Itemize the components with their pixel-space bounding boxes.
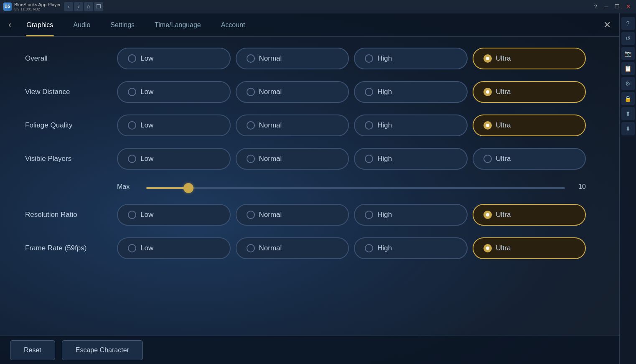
help-button[interactable]: ? xyxy=(591,2,600,11)
tab-time-language[interactable]: Time/Language xyxy=(145,13,211,36)
foliage-ultra-label: Ultra xyxy=(496,121,511,130)
reset-button[interactable]: Reset xyxy=(10,340,55,360)
frame-rate-options: Low Normal High Ultra xyxy=(117,237,586,259)
view-distance-ultra[interactable]: Ultra xyxy=(473,81,586,103)
overall-high[interactable]: High xyxy=(354,48,468,69)
frame-rate-label: Frame Rate (59fps) xyxy=(25,244,117,252)
resolution-low-label: Low xyxy=(140,211,153,219)
visible-players-normal[interactable]: Normal xyxy=(236,148,349,170)
foliage-high-label: High xyxy=(377,121,392,130)
sidebar-down-icon[interactable]: ⬇ xyxy=(621,122,635,135)
overall-high-dot xyxy=(365,54,373,63)
app-version: 5.9.11.001 N32 xyxy=(14,7,61,11)
foliage-high[interactable]: High xyxy=(354,115,468,136)
restore-button[interactable]: ❐ xyxy=(613,2,622,11)
visible-players-low[interactable]: Low xyxy=(117,148,231,170)
frame-rate-normal[interactable]: Normal xyxy=(236,237,349,259)
back-nav-button[interactable]: ‹ xyxy=(64,2,73,11)
resolution-ultra-dot xyxy=(483,211,492,219)
foliage-normal[interactable]: Normal xyxy=(236,115,349,136)
resolution-low-dot xyxy=(128,211,136,219)
sidebar-camera-icon[interactable]: 📷 xyxy=(621,47,635,60)
view-distance-high-dot xyxy=(365,88,373,96)
resolution-ratio-options: Low Normal High Ultra xyxy=(117,204,586,226)
settings-content: Overall Low Normal High Ultra xyxy=(0,37,619,336)
visible-players-low-label: Low xyxy=(140,155,153,163)
view-distance-normal-dot xyxy=(247,88,255,96)
overall-low-label: Low xyxy=(140,54,153,63)
resolution-high-dot xyxy=(365,211,373,219)
app-logo: BS BlueStacks App Player 5.9.11.001 N32 xyxy=(3,2,61,11)
view-distance-normal[interactable]: Normal xyxy=(236,81,349,103)
tab-settings[interactable]: Settings xyxy=(100,13,145,36)
sidebar-up-icon[interactable]: ⬆ xyxy=(621,107,635,120)
foliage-ultra[interactable]: Ultra xyxy=(473,115,586,136)
main-content: ‹ Graphics Audio Settings Time/Language … xyxy=(0,13,619,364)
resolution-ultra[interactable]: Ultra xyxy=(473,204,586,226)
overall-ultra[interactable]: Ultra xyxy=(473,48,586,69)
visible-players-normal-dot xyxy=(247,155,255,163)
frame-rate-low[interactable]: Low xyxy=(117,237,231,259)
foliage-high-dot xyxy=(365,121,373,130)
forward-nav-button[interactable]: › xyxy=(74,2,83,11)
frame-rate-high-dot xyxy=(365,244,373,252)
sidebar-clipboard-icon[interactable]: 📋 xyxy=(621,62,635,75)
sidebar-settings-icon[interactable]: ⚙ xyxy=(621,77,635,90)
overall-ultra-label: Ultra xyxy=(496,54,511,63)
tab-bar: ‹ Graphics Audio Settings Time/Language … xyxy=(0,13,619,37)
bottom-bar: Reset Escape Character xyxy=(0,336,619,364)
frame-rate-low-dot xyxy=(128,244,136,252)
overall-normal[interactable]: Normal xyxy=(236,48,349,69)
max-slider-row: Max 10 xyxy=(117,179,586,195)
resolution-high[interactable]: High xyxy=(354,204,468,226)
close-button[interactable]: ✕ xyxy=(603,20,611,31)
visible-players-high[interactable]: High xyxy=(354,148,468,170)
frame-rate-low-label: Low xyxy=(140,244,153,252)
resolution-ratio-label: Resolution Ratio xyxy=(25,211,117,219)
back-button[interactable]: ‹ xyxy=(8,20,11,31)
foliage-quality-row: Foliage Quality Low Normal High Ultra xyxy=(25,112,586,139)
overall-normal-dot xyxy=(247,54,255,63)
tab-graphics[interactable]: Graphics xyxy=(16,13,63,36)
visible-players-ultra-dot xyxy=(483,155,492,163)
copy-nav-button[interactable]: ❐ xyxy=(94,2,103,11)
visible-players-high-label: High xyxy=(377,155,392,163)
max-slider-input[interactable] xyxy=(146,187,565,189)
overall-low-dot xyxy=(128,54,136,63)
app-icon: BS xyxy=(3,3,12,11)
resolution-low[interactable]: Low xyxy=(117,204,231,226)
visible-players-normal-label: Normal xyxy=(259,155,282,163)
resolution-normal[interactable]: Normal xyxy=(236,204,349,226)
title-bar: BS BlueStacks App Player 5.9.11.001 N32 … xyxy=(0,0,636,13)
frame-rate-ultra[interactable]: Ultra xyxy=(473,237,586,259)
minimize-button[interactable]: ─ xyxy=(602,2,611,11)
view-distance-ultra-dot xyxy=(483,88,492,96)
max-slider-value: 10 xyxy=(573,183,586,191)
sidebar-help-icon[interactable]: ? xyxy=(621,17,635,30)
view-distance-row: View Distance Low Normal High Ultra xyxy=(25,79,586,105)
visible-players-ultra[interactable]: Ultra xyxy=(473,148,586,170)
frame-rate-high-label: High xyxy=(377,244,392,252)
view-distance-options: Low Normal High Ultra xyxy=(117,81,586,103)
view-distance-high[interactable]: High xyxy=(354,81,468,103)
frame-rate-high[interactable]: High xyxy=(354,237,468,259)
view-distance-label: View Distance xyxy=(25,88,117,96)
tab-account[interactable]: Account xyxy=(211,13,255,36)
visible-players-low-dot xyxy=(128,155,136,163)
tab-audio[interactable]: Audio xyxy=(63,13,100,36)
foliage-low-dot xyxy=(128,121,136,130)
overall-low[interactable]: Low xyxy=(117,48,231,69)
home-nav-button[interactable]: ⌂ xyxy=(84,2,93,11)
overall-normal-label: Normal xyxy=(259,54,282,63)
right-sidebar: ? ↺ 📷 📋 ⚙ 🔒 ⬆ ⬇ xyxy=(619,13,636,364)
escape-character-button[interactable]: Escape Character xyxy=(62,340,143,360)
foliage-quality-options: Low Normal High Ultra xyxy=(117,115,586,136)
sidebar-refresh-icon[interactable]: ↺ xyxy=(621,32,635,45)
close-window-button[interactable]: ✕ xyxy=(623,2,633,11)
view-distance-low[interactable]: Low xyxy=(117,81,231,103)
overall-row: Overall Low Normal High Ultra xyxy=(25,45,586,72)
foliage-low[interactable]: Low xyxy=(117,115,231,136)
frame-rate-normal-label: Normal xyxy=(259,244,282,252)
visible-players-row: Visible Players Low Normal High Ultra xyxy=(25,145,586,172)
sidebar-lock-icon[interactable]: 🔒 xyxy=(621,92,635,105)
